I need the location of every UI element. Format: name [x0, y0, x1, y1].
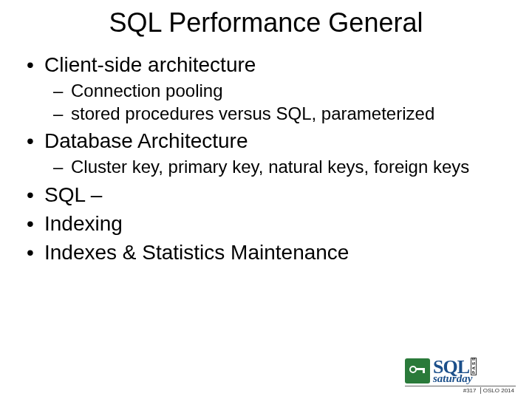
subbullet-connection-pooling: Connection pooling — [53, 79, 514, 102]
subbullet-keys: Cluster key, primary key, natural keys, … — [53, 155, 514, 178]
key-icon — [405, 358, 430, 383]
slide-title: SQL Performance General — [0, 7, 532, 38]
bullet-db-architecture: Database Architecture — [27, 128, 514, 154]
slide-body: Client-side architecture Connection pool… — [0, 52, 532, 265]
logo-pass: PASS — [471, 358, 477, 375]
slide: SQL Performance General Client-side arch… — [0, 7, 532, 399]
sql-saturday-logo: SQL PASS saturday #317 OSLO 2014 — [405, 358, 516, 396]
logo-event: #317 OSLO 2014 — [405, 386, 516, 394]
bullet-indexing: Indexing — [27, 211, 514, 236]
bullet-sql: SQL – — [27, 182, 514, 208]
logo-text: SQL PASS saturday — [433, 358, 477, 383]
logo-row: SQL PASS saturday — [405, 358, 516, 383]
bullet-client-side: Client-side architecture — [27, 52, 514, 78]
subbullet-stored-procs: stored procedures versus SQL, parameteri… — [53, 102, 514, 125]
event-number: #317 — [463, 387, 477, 394]
event-location: OSLO 2014 — [483, 387, 514, 394]
bullet-indexes-stats: Indexes & Statistics Maintenance — [27, 239, 514, 265]
